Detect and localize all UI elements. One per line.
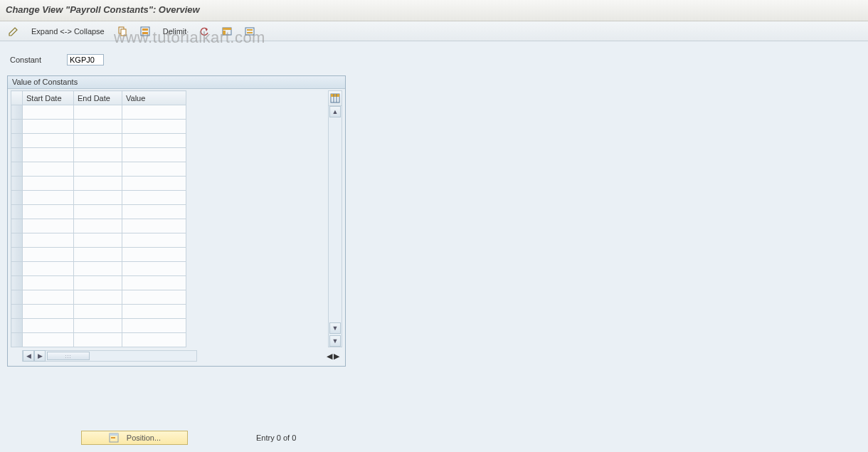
table-cell[interactable] — [122, 120, 186, 134]
scroll-down-2-icon[interactable]: ▼ — [329, 335, 341, 347]
table-row — [11, 305, 186, 319]
table-cell[interactable] — [122, 219, 186, 233]
table-cell[interactable] — [23, 134, 74, 148]
table-cell[interactable] — [74, 105, 122, 120]
row-selector[interactable] — [11, 177, 23, 191]
table-cell[interactable] — [122, 177, 186, 191]
table-cell[interactable] — [74, 162, 122, 177]
table-cell[interactable] — [122, 262, 186, 276]
table-cell[interactable] — [23, 105, 74, 120]
row-selector[interactable] — [11, 148, 23, 162]
table-row — [11, 177, 186, 191]
table-row — [11, 233, 186, 248]
table-settings-button[interactable] — [328, 90, 342, 106]
table-cell[interactable] — [74, 233, 122, 248]
table-cell[interactable] — [74, 120, 122, 134]
table-cell[interactable] — [122, 134, 186, 148]
table-cell[interactable] — [122, 205, 186, 219]
table-cell[interactable] — [23, 219, 74, 233]
table-cell[interactable] — [122, 290, 186, 305]
scroll-left-icon[interactable]: ◀ — [23, 350, 34, 362]
expand-collapse-button[interactable]: Expand <-> Collapse — [27, 24, 109, 38]
scroll-left-2-icon[interactable]: ◀ — [327, 352, 332, 361]
row-selector[interactable] — [11, 276, 23, 290]
svg-rect-2 — [141, 27, 149, 36]
row-selector[interactable] — [11, 262, 23, 276]
deselect-all-icon[interactable] — [240, 24, 259, 38]
column-end-date[interactable]: End Date — [74, 91, 122, 105]
table-cell[interactable] — [122, 305, 186, 319]
position-button[interactable]: Position... — [81, 431, 188, 445]
table-cell[interactable] — [23, 305, 74, 319]
scroll-right-icon[interactable]: ▶ — [34, 350, 46, 362]
select-all-rows[interactable] — [11, 91, 23, 105]
table-cell[interactable] — [122, 319, 186, 333]
scroll-right-2-icon[interactable]: ▶ — [334, 352, 339, 361]
table-cell[interactable] — [122, 276, 186, 290]
table-cell[interactable] — [122, 333, 186, 347]
table-cell[interactable] — [23, 290, 74, 305]
row-selector[interactable] — [11, 219, 23, 233]
table-cell[interactable] — [74, 148, 122, 162]
vertical-scrollbar[interactable]: ▲ ▼ ▼ — [328, 106, 342, 347]
table-cell[interactable] — [23, 233, 74, 248]
table-cell[interactable] — [74, 191, 122, 205]
row-selector[interactable] — [11, 134, 23, 148]
row-selector[interactable] — [11, 162, 23, 177]
table-cell[interactable] — [23, 205, 74, 219]
table-cell[interactable] — [74, 248, 122, 262]
row-selector[interactable] — [11, 120, 23, 134]
table-cell[interactable] — [74, 305, 122, 319]
table-cell[interactable] — [74, 262, 122, 276]
delimit-button[interactable]: Delimit — [159, 24, 191, 38]
row-selector[interactable] — [11, 333, 23, 347]
table-row — [11, 148, 186, 162]
column-start-date[interactable]: Start Date — [23, 91, 74, 105]
table-cell[interactable] — [23, 162, 74, 177]
table-cell[interactable] — [23, 333, 74, 347]
table-cell[interactable] — [23, 177, 74, 191]
table-cell[interactable] — [74, 205, 122, 219]
scroll-up-icon[interactable]: ▲ — [329, 106, 341, 117]
toggle-display-change-icon[interactable] — [4, 24, 23, 38]
select-block-icon[interactable] — [218, 24, 236, 38]
row-selector[interactable] — [11, 105, 23, 120]
row-selector[interactable] — [11, 319, 23, 333]
table-cell[interactable] — [74, 319, 122, 333]
title-bar: Change View "Payroll Constants": Overvie… — [0, 0, 868, 21]
table-cell[interactable] — [74, 219, 122, 233]
table-cell[interactable] — [23, 148, 74, 162]
table-cell[interactable] — [122, 148, 186, 162]
row-selector[interactable] — [11, 248, 23, 262]
table-cell[interactable] — [23, 191, 74, 205]
table-cell[interactable] — [122, 233, 186, 248]
table-cell[interactable] — [122, 248, 186, 262]
scroll-thumb[interactable]: ::: — [47, 352, 90, 360]
table-cell[interactable] — [23, 319, 74, 333]
row-selector[interactable] — [11, 233, 23, 248]
column-value[interactable]: Value — [122, 91, 186, 105]
copy-icon[interactable] — [113, 24, 132, 38]
table-cell[interactable] — [122, 191, 186, 205]
table-cell[interactable] — [122, 105, 186, 120]
horizontal-scrollbar-left[interactable]: ◀ ▶ ::: — [22, 350, 197, 362]
table-cell[interactable] — [74, 134, 122, 148]
table-cell[interactable] — [122, 162, 186, 177]
table-cell[interactable] — [74, 333, 122, 347]
table-cell[interactable] — [74, 290, 122, 305]
table-cell[interactable] — [23, 276, 74, 290]
undo-change-icon[interactable] — [195, 24, 213, 38]
scroll-down-icon[interactable]: ▼ — [329, 322, 341, 334]
row-selector[interactable] — [11, 191, 23, 205]
table-cell[interactable] — [23, 120, 74, 134]
select-all-icon[interactable] — [136, 24, 154, 38]
table-cell[interactable] — [74, 177, 122, 191]
table-cell[interactable] — [74, 276, 122, 290]
table-cell[interactable] — [23, 262, 74, 276]
row-selector[interactable] — [11, 290, 23, 305]
row-selector[interactable] — [11, 305, 23, 319]
table-cell[interactable] — [23, 248, 74, 262]
entry-count: Entry 0 of 0 — [256, 433, 296, 442]
constant-input[interactable] — [67, 54, 104, 65]
row-selector[interactable] — [11, 205, 23, 219]
